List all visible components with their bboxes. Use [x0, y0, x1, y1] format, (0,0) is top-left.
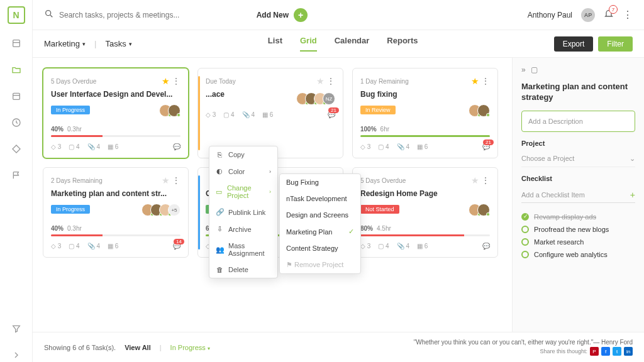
card-stat[interactable]: ◇ 3 — [51, 143, 61, 150]
card-stat[interactable]: ◇ 3 — [51, 243, 61, 250]
card-stat[interactable]: ▢ 4 — [223, 111, 234, 118]
comment-icon[interactable]: 💬14 — [173, 243, 180, 250]
star-icon[interactable]: ★ — [471, 76, 479, 86]
context-menu-item[interactable]: 🗑Delete — [209, 261, 277, 278]
comment-icon[interactable]: 💬 — [482, 243, 490, 250]
search-icon[interactable] — [44, 9, 54, 21]
context-menu-item[interactable]: 👥Mass Assignment — [209, 238, 277, 261]
window-icon[interactable]: ▢ — [531, 65, 538, 74]
filter-icon[interactable] — [9, 322, 23, 336]
checklist-item[interactable]: Proofread the new blogs — [521, 226, 635, 233]
card-stat[interactable]: 📎 4 — [397, 143, 409, 150]
card-menu-icon[interactable]: ⋮ — [172, 76, 180, 86]
progress-percent: 40% — [51, 126, 64, 133]
card-title: Bug fixing — [360, 90, 490, 99]
card-stat[interactable]: ▢ 4 — [378, 143, 389, 150]
project-select[interactable]: Choose a Project⌄ — [521, 155, 635, 167]
share-pinterest-icon[interactable]: P — [590, 347, 599, 356]
card-menu-icon[interactable]: ⋮ — [326, 76, 335, 86]
star-icon[interactable]: ★ — [162, 76, 170, 86]
card-stat[interactable]: ▢ 4 — [378, 243, 389, 250]
card-stat[interactable]: ▦ 6 — [108, 143, 118, 150]
filter-button[interactable]: Filter — [598, 36, 633, 52]
submenu-item[interactable]: Bug Fixing — [280, 174, 360, 190]
clock-icon[interactable] — [9, 116, 23, 129]
submenu-item[interactable]: Design and Screens — [280, 207, 360, 223]
checkbox-icon[interactable] — [521, 226, 529, 233]
task-card[interactable]: 5 Days Overdue★ ⋮User Interface Design a… — [43, 68, 189, 158]
view-grid[interactable]: Grid — [300, 36, 317, 52]
add-new-button[interactable]: Add New + — [257, 8, 308, 22]
checklist-item[interactable]: Revamp display ads — [521, 213, 635, 221]
view-tabs: List Grid Calendar Reports — [268, 36, 418, 52]
submenu-item[interactable]: Marketing Plan✓ — [280, 223, 360, 240]
view-list[interactable]: List — [268, 36, 282, 52]
card-menu-icon[interactable]: ⋮ — [481, 76, 490, 86]
app-logo[interactable]: N — [8, 6, 25, 24]
folder-icon[interactable] — [9, 63, 23, 77]
checkbox-icon[interactable] — [521, 251, 529, 258]
search-input[interactable] — [59, 11, 248, 19]
expand-icon[interactable] — [9, 348, 23, 362]
card-stat[interactable]: ▢ 4 — [69, 243, 79, 250]
footer-status-filter[interactable]: In Progress ▾ — [170, 344, 210, 351]
assignee-avatars[interactable]: NZ — [206, 92, 335, 105]
card-stat[interactable]: 📎 4 — [397, 243, 409, 250]
share-twitter-icon[interactable]: t — [613, 347, 621, 356]
card-stat[interactable]: 📎 4 — [242, 111, 255, 118]
task-card[interactable]: 5 Days Overdue★ ⋮Redesign Home PageNot S… — [352, 167, 498, 258]
context-menu-item[interactable]: 🔗Publink Link — [209, 204, 277, 221]
context-menu-item[interactable]: ◐Color› — [209, 163, 277, 180]
card-stat[interactable]: ▢ 4 — [69, 143, 79, 150]
share-linkedin-icon[interactable]: in — [624, 347, 633, 356]
star-icon[interactable]: ★ — [162, 175, 170, 185]
comment-icon[interactable]: 💬21 — [328, 111, 335, 118]
flag-icon[interactable] — [9, 168, 23, 182]
task-card[interactable]: 1 Day Remaining★ ⋮Bug fixingIn Review100… — [352, 68, 498, 158]
card-menu-icon[interactable]: ⋮ — [481, 175, 490, 185]
export-button[interactable]: Export — [554, 36, 594, 52]
description-input[interactable]: Add a Description — [521, 111, 635, 132]
star-icon[interactable]: ★ — [471, 175, 479, 185]
card-menu-icon[interactable]: ⋮ — [172, 175, 180, 185]
card-stat[interactable]: ◇ 3 — [206, 111, 216, 118]
share-facebook-icon[interactable]: f — [601, 347, 610, 356]
calendar-icon[interactable] — [9, 89, 23, 103]
checkbox-icon[interactable] — [521, 238, 529, 246]
task-card[interactable]: 2 Days Remaining★ ⋮Marketing plan and co… — [43, 167, 189, 258]
add-checklist-icon[interactable]: + — [630, 190, 635, 200]
card-stat[interactable]: ◇ 3 — [360, 243, 370, 250]
view-all-link[interactable]: View All — [125, 344, 151, 351]
comment-icon[interactable]: 💬 — [173, 143, 180, 150]
breadcrumb-section[interactable]: Tasks ▾ — [105, 39, 131, 48]
card-stat[interactable]: ◇ 3 — [360, 143, 370, 150]
user-name[interactable]: Anthony Paul — [528, 11, 572, 19]
checklist-add-input[interactable]: Add a Checklist Item + — [521, 190, 635, 203]
view-calendar[interactable]: Calendar — [335, 36, 370, 52]
comment-icon[interactable]: 💬21 — [482, 143, 490, 150]
card-stat[interactable]: ▦ 6 — [108, 243, 118, 250]
notifications-bell-icon[interactable]: 7 — [604, 9, 614, 21]
submenu-item[interactable]: Content Strategy — [280, 240, 360, 256]
issues-icon[interactable] — [9, 142, 23, 156]
task-card[interactable]: Due Today★ ⋮...aceNZ◇ 3▢ 4📎 4▦ 6💬21 — [197, 68, 343, 158]
dashboard-icon[interactable] — [9, 36, 23, 50]
card-stat[interactable]: 📎 4 — [87, 143, 100, 150]
submenu-item[interactable]: nTask Development — [280, 190, 360, 207]
view-reports[interactable]: Reports — [387, 36, 418, 52]
breadcrumb-project[interactable]: Marketing ▾ — [44, 39, 86, 48]
card-stat[interactable]: ▦ 6 — [262, 111, 273, 118]
context-menu-item[interactable]: ⎘Copy — [209, 146, 277, 163]
checklist-item[interactable]: Market research — [521, 238, 635, 246]
card-stat[interactable]: ▦ 6 — [417, 243, 428, 250]
more-menu-icon[interactable]: ⋮ — [623, 9, 633, 21]
checklist-item[interactable]: Configure web analytics — [521, 251, 635, 258]
star-icon[interactable]: ★ — [316, 76, 325, 86]
card-stat[interactable]: ▦ 6 — [417, 143, 428, 150]
collapse-icon[interactable]: » — [521, 65, 526, 74]
user-avatar[interactable]: AP — [581, 8, 595, 22]
context-menu-item[interactable]: ⇩Archive — [209, 221, 277, 238]
checkbox-icon[interactable] — [521, 213, 529, 221]
card-stat[interactable]: 📎 4 — [87, 243, 100, 250]
context-menu-item[interactable]: ▭Change Project› — [209, 180, 277, 204]
